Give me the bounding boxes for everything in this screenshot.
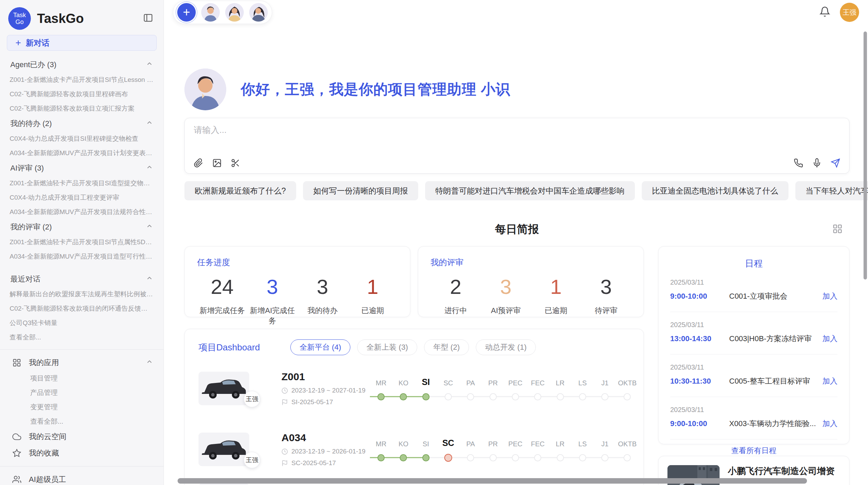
greeting-block: 你好，王强，我是你的项目管理助理 小识 (184, 69, 849, 110)
new-chat-label: 新对话 (26, 38, 49, 48)
chevron-up-icon[interactable] (146, 119, 153, 128)
sidebar-item[interactable]: C02-飞腾新能源轻客改款项目立项汇报方案 (0, 101, 164, 116)
scissors-icon[interactable] (231, 158, 240, 168)
phone-icon[interactable] (794, 158, 803, 168)
milestone-dot (534, 393, 541, 400)
cloud-space-label: 我的云空间 (29, 432, 67, 442)
section-my-todo[interactable]: 我的待办 (2) (0, 116, 164, 132)
add-agent-button[interactable]: + (177, 3, 196, 22)
chevron-up-icon[interactable] (146, 60, 153, 70)
milestone-label: MR (376, 437, 386, 448)
milestone-dot (400, 454, 407, 461)
tab-powertrain-dev[interactable]: 动总开发 (1) (476, 339, 536, 355)
attach-icon[interactable] (194, 158, 203, 168)
milestone-label: OKTB (618, 437, 637, 448)
schedule-date: 2025/03/11 (670, 363, 837, 371)
stat-label: 待评审 (581, 306, 631, 316)
app-item-project-mgmt[interactable]: 项目管理 (0, 371, 164, 385)
milestone-ko: KO (392, 376, 414, 401)
suggestion-chip[interactable]: 比亚迪全固态电池计划具体说了什么 (642, 181, 788, 200)
sidebar-item[interactable]: C0X4-动力总成开发项目SI里程碑提交物检查 (0, 132, 164, 146)
milestone-label: PEC (508, 437, 522, 448)
milestone-pr: PR (482, 376, 504, 401)
sidebar-item-ai-super-staff[interactable]: AI超级员工 (0, 471, 164, 485)
sidebar-item[interactable]: A034-全新新能源MUV产品开发项目法规符合性评审 (0, 205, 164, 219)
stat-review-overdue: 1 已逾期 (531, 277, 581, 316)
join-link[interactable]: 加入 (822, 334, 837, 344)
join-link[interactable]: 加入 (822, 419, 837, 429)
schedule-entry: 2025/03/11 9:00-10:00 C001-立项审批会 加入 (670, 270, 837, 312)
tab-new-body[interactable]: 全新上装 (3) (357, 339, 417, 355)
sidebar-item[interactable]: A034-全新新能源MUV产品开发项目造型可行性评审 (0, 249, 164, 264)
sidebar-item[interactable]: C02-飞腾新能源轻客改款项目里程碑画布 (0, 87, 164, 101)
suggestion-chip[interactable]: 当下年轻人对汽车外观有怎样的喜好趋势 (795, 181, 868, 200)
schedule-event-name: X003-车辆动力学性能验... (729, 419, 817, 429)
suggestion-chip[interactable]: 欧洲新规最近颁布了什么? (184, 181, 296, 200)
sidebar-item[interactable]: Z001-全新燃油轻卡产品开发项目SI造型提交物评审 (0, 176, 164, 190)
sidebar-item-cloud-space[interactable]: 我的云空间 (0, 428, 164, 445)
stat-label: AI预评审 (481, 306, 531, 316)
dashboard-tabs: 全新平台 (4) 全新上装 (3) 年型 (2) 动总开发 (1) (290, 339, 536, 355)
recent-chat-item[interactable]: C02-飞腾新能源轻客改款项目的闭环通告反馈情况 (0, 301, 164, 316)
section-my-review[interactable]: 我的评审 (2) (0, 219, 164, 235)
sidebar-item[interactable]: Z001-全新燃油轻卡产品开发项目SI节点属性5D文件评审 (0, 235, 164, 249)
chevron-up-icon[interactable] (146, 274, 153, 284)
schedule-card: 日程 2025/03/11 9:00-10:00 C001-立项审批会 加入 2… (658, 246, 849, 444)
agent-avatar-3[interactable] (249, 3, 268, 22)
suggestion-chip[interactable]: 如何写一份清晰的项目周报 (303, 181, 418, 200)
chevron-up-icon[interactable] (146, 358, 153, 368)
topbar-right: 王强 (819, 3, 863, 22)
project-dates: 2023-12-19 ~ 2027-01-19 (281, 387, 370, 394)
notifications-bell-icon[interactable] (819, 6, 830, 18)
milestone-pa: PA (459, 437, 482, 462)
view-all-schedule-link[interactable]: 查看所有日程 (670, 446, 837, 456)
suggestion-chip[interactable]: 特朗普可能对进口汽车增税会对中国车企造成哪些影响 (425, 181, 635, 200)
sidebar-item[interactable]: Z001-全新燃油皮卡产品开发项目SI节点Lesson Learn报告 (0, 73, 164, 87)
sidebar-item[interactable]: C0X4-动力总成开发项目工程变更评审 (0, 190, 164, 205)
sidebar-item-my-apps[interactable]: 我的应用 (0, 355, 164, 371)
milestone-label: KO (398, 437, 408, 448)
horizontal-scrollbar[interactable] (178, 478, 807, 484)
sidebar-item[interactable]: A034-全新新能源MUV产品开发项目计划变更表编写 (0, 146, 164, 160)
project-car-image (198, 372, 249, 405)
sidebar-header: Task Go TaskGo (0, 6, 164, 31)
milestone-ls: LS (571, 376, 594, 401)
recent-view-all[interactable]: 查看全部... (0, 330, 164, 345)
user-avatar[interactable]: 王强 (840, 3, 859, 22)
stat-label: 新增完成任务 (197, 306, 247, 316)
chat-input[interactable] (194, 124, 840, 148)
recent-chat-item[interactable]: 公司Q3轻卡销量 (0, 316, 164, 330)
sidebar-item-favorites[interactable]: 我的收藏 (0, 445, 164, 461)
section-ai-review[interactable]: AI评审 (3) (0, 160, 164, 176)
layout-grid-icon[interactable] (832, 224, 843, 235)
section-agent-done[interactable]: Agent已办 (3) (0, 57, 164, 73)
send-icon[interactable] (831, 158, 840, 168)
tab-model-year[interactable]: 年型 (2) (424, 339, 469, 355)
app-item-change-mgmt[interactable]: 变更管理 (0, 400, 164, 414)
tab-new-platform[interactable]: 全新平台 (4) (290, 339, 350, 355)
recent-chat-item[interactable]: 解释最新出台的欧盟报废车法规再生塑料比例被调至15%... (0, 287, 164, 301)
stat-overdue: 1 已逾期 (348, 277, 398, 326)
agent-avatar-2[interactable] (225, 3, 244, 22)
app-item-product-mgmt[interactable]: 产品管理 (0, 385, 164, 400)
schedule-event-name: C001-立项审批会 (729, 291, 817, 301)
schedule-time: 9:00-10:00 (670, 419, 729, 428)
milestone-dot (579, 454, 586, 461)
milestone-label: FEC (531, 376, 545, 387)
new-chat-button[interactable]: + 新对话 (7, 35, 157, 51)
collapse-sidebar-icon[interactable] (143, 13, 153, 24)
section-recent-chats[interactable]: 最近对话 (0, 271, 164, 287)
milestone-label: MR (376, 376, 386, 387)
my-review-card: 我的评审 2 进行中 3 AI预评审 (418, 246, 644, 317)
image-icon[interactable] (212, 158, 222, 168)
join-link[interactable]: 加入 (822, 376, 837, 386)
chevron-up-icon[interactable] (146, 222, 153, 232)
join-link[interactable]: 加入 (822, 291, 837, 301)
vertical-scrollbar[interactable] (864, 32, 867, 279)
chevron-up-icon[interactable] (146, 163, 153, 173)
apps-view-all[interactable]: 查看全部... (0, 414, 164, 428)
schedule-event-name: C003|H0B-方案冻结评审 (729, 334, 817, 344)
mic-icon[interactable] (812, 158, 822, 168)
agent-avatar-1[interactable] (201, 3, 220, 22)
milestone-label: PEC (508, 376, 522, 387)
